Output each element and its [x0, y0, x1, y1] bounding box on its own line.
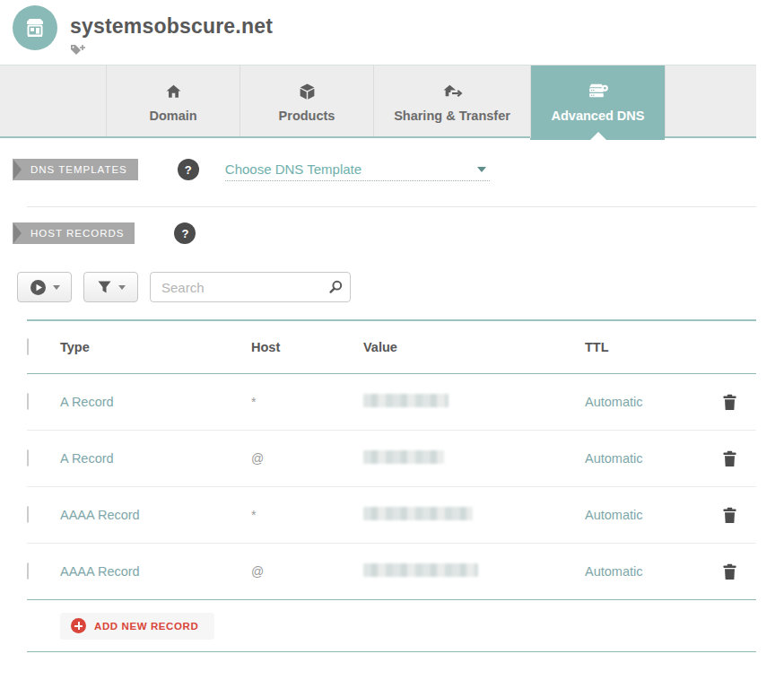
search-input[interactable]: [150, 272, 351, 302]
add-tag-icon[interactable]: [70, 44, 86, 58]
record-type[interactable]: A Record: [60, 451, 251, 466]
advanced-dns-page: systemsobscure.net Domain: [0, 0, 784, 680]
search-box: [150, 272, 351, 302]
record-ttl[interactable]: Automatic: [585, 508, 693, 522]
tabbar-filler: [665, 65, 756, 138]
delete-record-button[interactable]: [722, 394, 737, 411]
tab-advanced-dns[interactable]: Advanced DNS: [530, 65, 665, 138]
trash-icon: [722, 450, 737, 467]
delete-record-button[interactable]: [722, 507, 737, 524]
row-checkbox[interactable]: [27, 506, 29, 523]
tab-domain-label: Domain: [149, 109, 196, 123]
record-type[interactable]: A Record: [60, 395, 251, 409]
redacted-value[interactable]: [363, 563, 478, 577]
dns-templates-help-icon[interactable]: ?: [178, 159, 199, 180]
dns-server-icon: [587, 80, 609, 103]
delete-record-button[interactable]: [722, 563, 737, 580]
row-checkbox[interactable]: [27, 562, 29, 580]
bulk-actions-dropdown[interactable]: [17, 272, 72, 302]
page-title: systemsobscure.net: [70, 14, 273, 39]
tab-advanced-dns-label: Advanced DNS: [552, 109, 645, 123]
record-host[interactable]: @: [251, 564, 363, 579]
record-host[interactable]: *: [251, 508, 363, 522]
column-header-type: Type: [60, 340, 251, 354]
dns-template-select-value: Choose DNS Template: [225, 161, 362, 177]
host-records-help-icon[interactable]: ?: [174, 222, 196, 244]
add-record-row: ADD NEW RECORD: [27, 600, 756, 652]
magnifier-icon[interactable]: [328, 280, 343, 298]
row-checkbox[interactable]: [27, 393, 29, 410]
section-divider: [27, 206, 756, 207]
record-type[interactable]: AAAA Record: [60, 564, 251, 579]
tab-sharing-transfer-label: Sharing & Transfer: [394, 109, 510, 123]
home-icon: [164, 80, 183, 103]
select-all-checkbox[interactable]: [27, 338, 29, 355]
record-ttl[interactable]: Automatic: [585, 564, 693, 579]
dns-templates-badge: DNS TEMPLATES: [13, 159, 138, 180]
chevron-down-icon: [477, 167, 486, 172]
tab-products[interactable]: Products: [240, 65, 373, 138]
host-records-table: Type Host Value TTL A Record * Automatic: [27, 319, 756, 652]
dns-templates-section: DNS TEMPLATES ? Choose DNS Template: [13, 158, 490, 181]
play-circle-icon: [30, 279, 47, 296]
table-row: A Record * Automatic: [27, 374, 756, 431]
redacted-value[interactable]: [363, 394, 449, 407]
host-records-section: HOST RECORDS ?: [13, 222, 196, 244]
record-ttl[interactable]: Automatic: [585, 451, 693, 466]
add-new-record-button[interactable]: ADD NEW RECORD: [60, 613, 214, 640]
tab-sharing-transfer[interactable]: Sharing & Transfer: [373, 65, 530, 138]
table-row: A Record @ Automatic: [27, 431, 756, 487]
box-icon: [298, 80, 317, 103]
tab-products-label: Products: [279, 109, 335, 123]
record-host[interactable]: @: [251, 451, 363, 466]
host-records-toolbar: [17, 272, 351, 302]
chevron-down-icon: [53, 285, 60, 290]
column-header-value: Value: [363, 340, 585, 354]
trash-icon: [722, 507, 737, 524]
column-header-ttl: TTL: [585, 340, 693, 354]
dns-template-select[interactable]: Choose DNS Template: [225, 158, 490, 181]
chevron-down-icon: [118, 285, 126, 290]
trash-icon: [722, 563, 737, 580]
record-ttl[interactable]: Automatic: [585, 395, 693, 409]
storefront-icon: [13, 5, 57, 50]
host-records-badge: HOST RECORDS: [13, 222, 135, 244]
table-row: AAAA Record * Automatic: [27, 487, 756, 544]
filter-dropdown[interactable]: [83, 272, 138, 302]
record-host[interactable]: *: [251, 395, 363, 409]
row-checkbox[interactable]: [27, 449, 29, 466]
record-type[interactable]: AAAA Record: [60, 508, 251, 522]
tabbar-spacer: [0, 65, 106, 138]
redacted-value[interactable]: [363, 507, 473, 520]
add-new-record-label: ADD NEW RECORD: [94, 621, 198, 632]
domain-header: systemsobscure.net: [0, 0, 784, 65]
redacted-value[interactable]: [363, 450, 444, 464]
column-header-host: Host: [251, 340, 363, 354]
domain-tabbar: Domain Products Sharing & Transfer: [0, 65, 756, 138]
trash-icon: [722, 394, 737, 411]
table-header-row: Type Host Value TTL: [27, 321, 756, 374]
delete-record-button[interactable]: [722, 450, 737, 467]
tab-domain[interactable]: Domain: [106, 65, 240, 138]
table-row: AAAA Record @ Automatic: [27, 544, 756, 600]
funnel-icon: [97, 280, 112, 294]
home-transfer-icon: [442, 80, 463, 103]
plus-circle-icon: [71, 618, 86, 633]
